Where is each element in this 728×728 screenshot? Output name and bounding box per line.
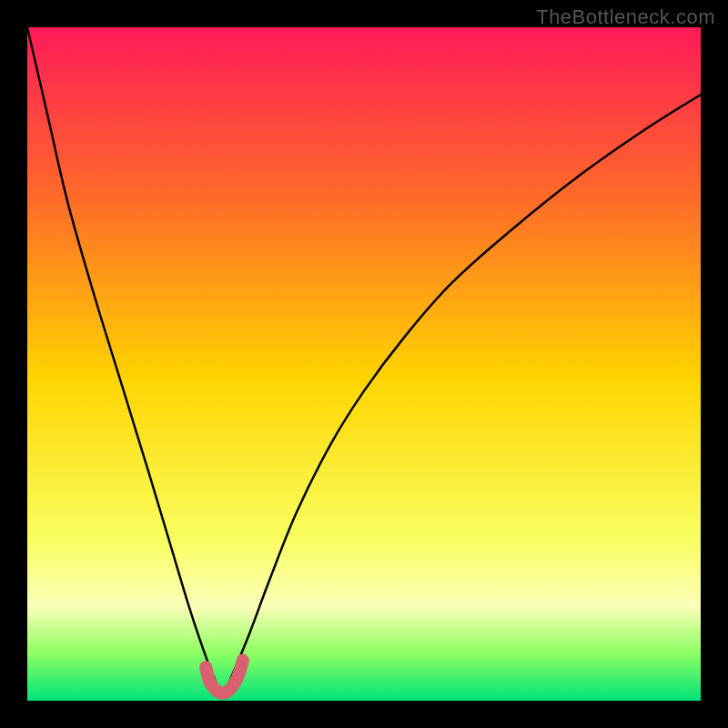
chart-plot-area (27, 27, 701, 701)
bottleneck-curve-path (27, 27, 701, 694)
watermark-text: TheBottleneck.com (536, 5, 715, 29)
bottom-arc-path (206, 661, 243, 693)
page-frame: TheBottleneck.com (0, 0, 728, 728)
chart-svg (27, 27, 701, 701)
